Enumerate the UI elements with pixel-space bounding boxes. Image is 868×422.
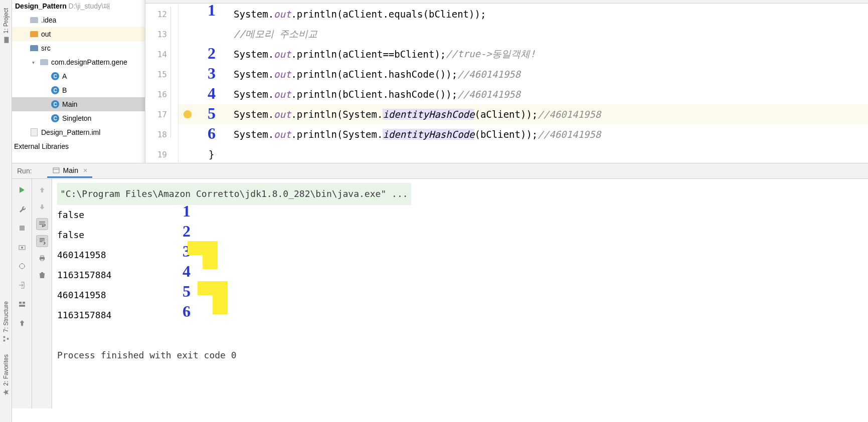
tree-item[interactable]: CSingleton [12, 111, 145, 125]
tree-item-label: .idea [41, 16, 56, 24]
camera-button[interactable] [16, 241, 28, 253]
folder-icon [29, 45, 39, 51]
code-line[interactable]: System.out.println(System.identityHashCo… [179, 104, 868, 124]
soft-wrap-button[interactable] [36, 218, 48, 230]
line-number: 12 [145, 4, 178, 24]
code-line[interactable]: System.out.println(aClient==bClient);//t… [179, 44, 868, 64]
line-number: 14 [145, 44, 178, 64]
command-line: "C:\Program Files\Amazon Corretto\jdk1.8… [57, 183, 411, 205]
tree-item-label: src [41, 44, 51, 52]
trash-button[interactable] [36, 269, 48, 281]
tree-item-label: out [41, 30, 51, 38]
code-token: out [274, 49, 291, 60]
tool-structure[interactable]: 7: Structure [3, 301, 10, 342]
folder-icon [29, 17, 39, 23]
tree-item[interactable]: ▾com.designPattern.gene [12, 55, 145, 69]
code-line[interactable]: System.out.println(aClient.hashCode());/… [179, 64, 868, 84]
code-token: .println(bClient.hashCode()); [291, 89, 457, 100]
tree-item[interactable]: CA [12, 69, 145, 83]
layout-button[interactable] [16, 298, 28, 310]
code-token: System. [234, 69, 274, 80]
run-label: Run: [17, 167, 32, 175]
code-token: .println(aClient==bClient); [291, 49, 446, 60]
console[interactable]: "C:\Program Files\Amazon Corretto\jdk1.8… [52, 179, 868, 408]
code-token: out [274, 69, 291, 80]
handwritten-annotation: 4 [208, 84, 216, 103]
run-tab-name: Main [63, 166, 78, 174]
star-icon [3, 389, 10, 396]
stop-button[interactable] [16, 222, 28, 234]
svg-rect-15 [41, 259, 44, 261]
class-icon: C [50, 100, 60, 108]
tree-item[interactable]: src [12, 41, 145, 55]
tree-item-label: A [62, 72, 67, 80]
code-area[interactable]: System.out.println(aClient.equals(bClien… [179, 4, 868, 163]
code-line[interactable]: System.out.println(aClient.equals(bClien… [179, 4, 868, 24]
debug-button[interactable] [16, 260, 28, 272]
up-button[interactable] [36, 184, 48, 196]
external-libraries[interactable]: External Libraries [12, 139, 145, 153]
tree-item-label: Design_Pattern.iml [41, 128, 100, 136]
code-token: identityHashCode [383, 109, 474, 120]
run-panel: Run: Main × [12, 163, 868, 408]
tree-item[interactable]: CB [12, 83, 145, 97]
svg-rect-11 [23, 302, 25, 304]
code-token: identityHashCode [383, 129, 474, 140]
svg-rect-3 [7, 338, 9, 340]
gutter: 1213141516171819 [145, 4, 179, 164]
handwritten-annotation: 2 [208, 44, 216, 63]
pin-button[interactable] [16, 317, 28, 329]
rerun-button[interactable] [16, 184, 28, 196]
down-button[interactable] [36, 201, 48, 213]
svg-rect-14 [41, 256, 44, 257]
code-line[interactable]: System.out.println(System.identityHashCo… [179, 124, 868, 144]
run-tab[interactable]: Main × [47, 164, 93, 178]
run-config-icon [52, 166, 60, 174]
structure-icon [3, 335, 10, 342]
tree-item-label: com.designPattern.gene [51, 58, 127, 66]
tree-item[interactable]: Design_Pattern.iml [12, 125, 145, 139]
wrench-button[interactable] [16, 203, 28, 215]
exit-button[interactable] [16, 279, 28, 291]
exit-line: Process finished with exit code 0 [57, 345, 863, 365]
print-button[interactable] [36, 252, 48, 264]
svg-rect-1 [3, 340, 5, 342]
project-tree[interactable]: Design_Pattern D:\ji_study\패 .ideaoutsrc… [12, 0, 145, 163]
code-token: //메모리 주소비교 [234, 28, 317, 41]
code-token: (aClient)); [474, 109, 538, 120]
tool-project[interactable]: 1: Project [3, 8, 10, 44]
line-number: 15 [145, 64, 178, 84]
output-line: 460141958 [57, 285, 863, 305]
project-root[interactable]: Design_Pattern D:\ji_study\패 [12, 0, 145, 13]
run-toolbar-primary [12, 179, 32, 408]
code-token: System. [234, 9, 274, 20]
code-line[interactable]: } [179, 144, 868, 164]
tree-item-label: Singleton [62, 114, 91, 122]
svg-rect-6 [20, 226, 25, 231]
tree-item[interactable]: CMain [12, 97, 145, 111]
output-line: false [57, 205, 863, 225]
code-token: //460141958 [538, 109, 601, 120]
tree-item-label: B [62, 86, 67, 94]
code-token: System. [234, 49, 274, 60]
code-token: //460141958 [457, 69, 520, 80]
folder-icon [3, 37, 10, 44]
close-icon[interactable]: × [83, 166, 87, 174]
handwritten-annotation: 6 [208, 124, 216, 143]
tree-item[interactable]: .idea [12, 13, 145, 27]
indent-guide [170, 7, 171, 137]
scroll-to-end-button[interactable] [36, 235, 48, 247]
run-header: Run: Main × [12, 163, 868, 179]
tree-item[interactable]: out [12, 27, 145, 41]
code-token: .println(System. [291, 109, 383, 120]
code-line[interactable]: //메모리 주소비교 [179, 24, 868, 44]
code-line[interactable]: System.out.println(bClient.hashCode());/… [179, 84, 868, 104]
bulb-icon[interactable] [184, 110, 192, 118]
svg-point-9 [20, 264, 25, 269]
svg-rect-12 [19, 305, 25, 307]
line-number: 18 [145, 124, 178, 144]
tree-scroll-shadow [140, 0, 145, 163]
tool-favorites[interactable]: 2: Favorites [3, 354, 10, 396]
code-token: System. [234, 109, 274, 120]
handwritten-annotation: 3 [208, 64, 216, 83]
